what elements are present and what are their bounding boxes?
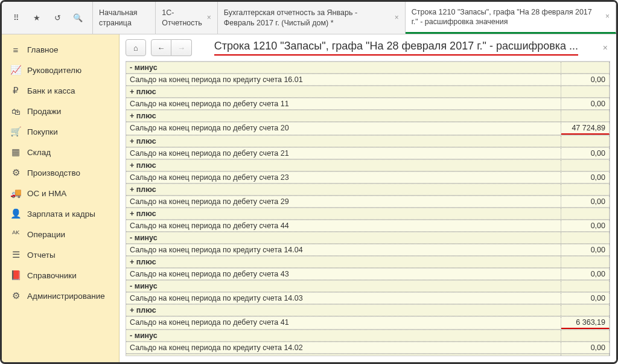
row-value: 0,00 xyxy=(561,293,610,304)
truck-icon: 🚚 xyxy=(10,188,21,199)
tab-close-icon[interactable]: × xyxy=(605,12,610,22)
row-desc: Сальдо на конец периода по кредиту счета… xyxy=(126,342,561,353)
op-label: + плюс xyxy=(126,110,561,121)
tab-close-icon[interactable]: × xyxy=(395,13,399,23)
sidebar-item-cart[interactable]: 🛒Покупки xyxy=(2,121,119,142)
sidebar-item-boxes[interactable]: ▦Склад xyxy=(2,142,119,162)
search-icon[interactable]: 🔍 xyxy=(72,12,84,24)
op-label: + плюс xyxy=(126,354,561,356)
sidebar-item-label: Продажи xyxy=(27,107,61,116)
report-op-row: + плюс xyxy=(126,110,610,122)
quickbar: ⠿ ★ ↺ 🔍 xyxy=(2,2,93,34)
report-op-row: + плюс xyxy=(126,159,610,171)
sidebar-item-book[interactable]: 📕Справочники xyxy=(2,265,119,286)
report-data-row[interactable]: Сальдо на конец периода по кредиту счета… xyxy=(126,342,610,354)
row-value: 0,00 xyxy=(561,220,610,231)
report-op-row: + плюс xyxy=(126,86,610,98)
row-value: 0,00 xyxy=(561,172,610,183)
op-label: + плюс xyxy=(126,160,561,171)
apps-icon[interactable]: ⠿ xyxy=(10,12,22,24)
row-value: 0,00 xyxy=(561,98,610,109)
tab-0[interactable]: Начальная страница xyxy=(93,2,156,34)
body: ≡Главное📈Руководителю₽Банк и касса🛍Прода… xyxy=(2,34,616,362)
op-val xyxy=(561,305,610,316)
row-value: 0,00 xyxy=(561,269,610,279)
sidebar-item-cogs[interactable]: ⚙Производство xyxy=(2,162,119,183)
sidebar-item-label: Руководителю xyxy=(27,66,81,75)
row-value: 6 363,19 xyxy=(561,317,610,329)
forward-button[interactable]: → xyxy=(171,39,192,56)
ruble-icon: ₽ xyxy=(10,85,21,96)
report-data-row[interactable]: Сальдо на конец периода по дебету счета … xyxy=(126,220,610,232)
report-data-row[interactable]: Сальдо на конец периода по дебету счета … xyxy=(126,196,610,208)
report-scroll[interactable]: - минусСальдо на конец периода по кредит… xyxy=(126,61,610,356)
chart-icon: 📈 xyxy=(10,65,21,75)
row-desc: Сальдо на конец периода по кредиту счета… xyxy=(126,293,561,304)
sidebar-item-dkt[interactable]: ᴬᴷОперации xyxy=(2,224,119,244)
history-icon[interactable]: ↺ xyxy=(51,12,63,24)
report-data-row[interactable]: Сальдо на конец периода по кредиту счета… xyxy=(126,244,610,256)
person-icon: 👤 xyxy=(10,208,21,219)
op-label: - минус xyxy=(126,281,561,292)
tab-3[interactable]: Строка 1210 "Запасы", графа "На 28 февра… xyxy=(406,2,616,34)
tab-label: Начальная страница xyxy=(99,8,149,28)
tabs: Начальная страница1С-Отчетность×Бухгалте… xyxy=(93,2,616,34)
dkt-icon: ᴬᴷ xyxy=(10,229,21,240)
op-val xyxy=(561,257,610,267)
row-value: 0,00 xyxy=(561,196,610,207)
report-data-row[interactable]: Сальдо на конец периода по дебету счета … xyxy=(126,171,610,184)
row-desc: Сальдо на конец периода по кредиту счета… xyxy=(126,244,561,255)
report-op-row: + плюс xyxy=(126,208,610,220)
report-op-row: - минус xyxy=(126,330,610,342)
page-title-wrap: Строка 1210 "Запасы", графа "На 28 февра… xyxy=(197,40,596,56)
sidebar-item-label: Покупки xyxy=(27,127,58,136)
row-value: 0,00 xyxy=(561,244,610,255)
cogs-icon: ⚙ xyxy=(10,167,21,178)
star-icon[interactable]: ★ xyxy=(31,12,43,24)
report-data-row[interactable]: Сальдо на конец периода по дебету счета … xyxy=(126,98,610,110)
nav-arrows: ← → xyxy=(151,39,192,56)
report-data-row[interactable]: Сальдо на конец периода по дебету счета … xyxy=(126,268,610,280)
report-op-row: + плюс xyxy=(126,256,610,268)
page-title: Строка 1210 "Запасы", графа "На 28 февра… xyxy=(214,40,578,56)
report-icon: ☰ xyxy=(10,249,21,260)
sidebar-item-bag[interactable]: 🛍Продажи xyxy=(2,101,119,121)
sidebar-item-ruble[interactable]: ₽Банк и касса xyxy=(2,80,119,101)
report-data-row[interactable]: Сальдо на конец периода по дебету счета … xyxy=(126,316,610,330)
report-op-row: + плюс xyxy=(126,184,610,196)
row-desc: Сальдо на конец периода по дебету счета … xyxy=(126,269,561,279)
op-val xyxy=(561,354,610,356)
report-op-row: - минус xyxy=(126,62,610,74)
sidebar-item-truck[interactable]: 🚚ОС и НМА xyxy=(2,183,119,203)
tab-label: 1С-Отчетность xyxy=(162,8,202,28)
top-toolbar: ⠿ ★ ↺ 🔍 Начальная страница1С-Отчетность×… xyxy=(2,2,616,34)
sidebar-item-menu[interactable]: ≡Главное xyxy=(2,39,119,60)
op-label: + плюс xyxy=(126,86,561,97)
close-page-button[interactable]: × xyxy=(600,40,610,55)
report-op-row: + плюс xyxy=(126,135,610,147)
report-table: - минусСальдо на конец периода по кредит… xyxy=(126,62,610,356)
row-desc: Сальдо на конец периода по дебету счета … xyxy=(126,123,561,135)
op-val xyxy=(561,232,610,243)
row-value: 47 724,89 xyxy=(561,123,610,135)
sidebar-item-label: Операции xyxy=(27,230,65,239)
home-button[interactable]: ⌂ xyxy=(126,39,146,56)
sidebar-item-label: ОС и НМА xyxy=(27,189,66,198)
sidebar-item-person[interactable]: 👤Зарплата и кадры xyxy=(2,203,119,224)
sidebar-item-report[interactable]: ☰Отчеты xyxy=(2,244,119,265)
report-data-row[interactable]: Сальдо на конец периода по кредиту счета… xyxy=(126,292,610,304)
report-data-row[interactable]: Сальдо на конец периода по дебету счета … xyxy=(126,147,610,159)
tab-1[interactable]: 1С-Отчетность× xyxy=(156,2,218,34)
tab-2[interactable]: Бухгалтерская отчетность за Январь - Фев… xyxy=(218,2,406,34)
op-label: + плюс xyxy=(126,208,561,219)
row-value: 0,00 xyxy=(561,148,610,159)
back-button[interactable]: ← xyxy=(151,39,171,56)
report-data-row[interactable]: Сальдо на конец периода по кредиту счета… xyxy=(126,74,610,86)
op-val xyxy=(561,208,610,219)
op-label: - минус xyxy=(126,62,561,73)
row-desc: Сальдо на конец периода по дебету счета … xyxy=(126,98,561,109)
tab-close-icon[interactable]: × xyxy=(207,13,211,23)
report-data-row[interactable]: Сальдо на конец периода по дебету счета … xyxy=(126,122,610,135)
sidebar-item-gear[interactable]: ⚙Администрирование xyxy=(2,286,119,306)
sidebar-item-chart[interactable]: 📈Руководителю xyxy=(2,60,119,80)
